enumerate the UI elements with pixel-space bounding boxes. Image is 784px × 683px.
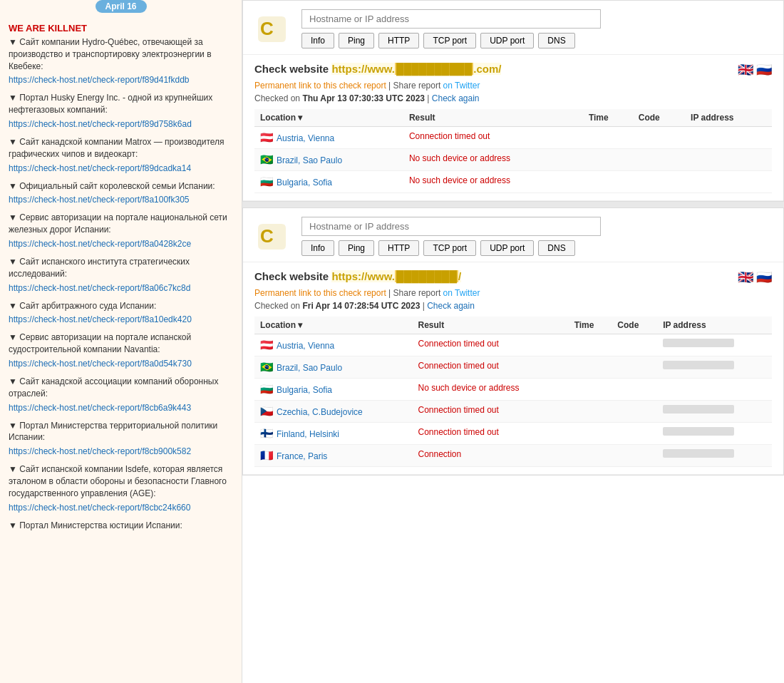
twitter-link-1[interactable]: on Twitter [443, 81, 480, 91]
btn-tcp-1[interactable]: TCP port [423, 33, 476, 48]
col-ip-1: IP address [685, 109, 772, 127]
twitter-link-2[interactable]: on Twitter [443, 288, 480, 298]
cell-ip [657, 356, 772, 379]
divider-1 [242, 202, 784, 207]
hostname-input-2[interactable] [301, 217, 601, 236]
table-row: 🇧🇬Bulgaria, SofiaNo such device or addre… [254, 171, 772, 193]
widget-header-1: C Info Ping HTTP TCP port UDP port DNS [243, 1, 783, 55]
report-url-2: https://www.████████/ [331, 270, 461, 282]
permanent-link-1[interactable]: Permanent link to this check report [254, 81, 386, 91]
location-link[interactable]: Czechia, C.Budejovice [277, 407, 363, 417]
cell-result: Connection timed out [412, 401, 568, 423]
flag-uk-1: 🇬🇧 [738, 63, 753, 77]
check-table-2: Location ▾ Result Time Code IP address 🇦… [254, 317, 772, 467]
date-badge: April 16 [95, 0, 146, 13]
btn-ping-1[interactable]: Ping [339, 33, 374, 48]
report-title-2: Check website https://www.████████/ [254, 270, 461, 282]
sidebar-link-5[interactable]: https://check-host.net/check-report/f8a0… [9, 283, 233, 293]
btn-dns-2[interactable]: DNS [538, 240, 574, 256]
cell-result: No such device or address [403, 171, 583, 193]
btn-udp-2[interactable]: UDP port [480, 240, 534, 256]
location-link[interactable]: Austria, Vienna [277, 133, 334, 143]
sidebar-link-8[interactable]: https://check-host.net/check-report/f8cb… [9, 403, 233, 413]
result-text: Connection timed out [418, 361, 498, 371]
input-area-2: Info Ping HTTP TCP port UDP port DNS [301, 217, 772, 256]
permanent-link-2[interactable]: Permanent link to this check report [254, 288, 386, 298]
sidebar-link-0[interactable]: https://check-host.net/check-report/f89d… [9, 75, 233, 85]
check-table-1: Location ▾ Result Time Code IP address 🇦… [254, 109, 772, 193]
btn-http-2[interactable]: HTTP [378, 240, 419, 256]
btn-info-1[interactable]: Info [301, 33, 334, 48]
cell-ip [657, 379, 772, 401]
report-links-2: Permanent link to this check report | Sh… [254, 288, 772, 298]
sidebar-link-9[interactable]: https://check-host.net/check-report/f8cb… [9, 446, 233, 456]
check-date-2: Checked on Fri Apr 14 07:28:54 UTC 2023 … [254, 301, 772, 311]
sidebar-link-4[interactable]: https://check-host.net/check-report/f8a0… [9, 239, 233, 249]
cell-time [583, 149, 633, 171]
country-flag: 🇧🇷 [260, 361, 274, 373]
col-location-1: Location ▾ [254, 109, 403, 127]
sidebar-item-text-3: ▼ Официальный сайт королевской семьи Исп… [9, 180, 233, 192]
flag-uk-2: 🇬🇧 [738, 270, 753, 284]
result-text: Connection timed out [418, 405, 498, 415]
location-link[interactable]: Brazil, Sao Paulo [277, 155, 342, 165]
location-link[interactable]: Brazil, Sao Paulo [277, 363, 342, 373]
location-link[interactable]: France, Paris [277, 451, 327, 461]
table-row: 🇫🇷France, ParisConnection [254, 445, 772, 467]
svg-text:C: C [260, 18, 274, 39]
sidebar-link-2[interactable]: https://check-host.net/check-report/f89d… [9, 163, 233, 173]
btn-udp-1[interactable]: UDP port [480, 33, 534, 48]
cell-location: 🇫🇷France, Paris [254, 445, 412, 467]
table-row: 🇨🇿Czechia, C.BudejoviceConnection timed … [254, 401, 772, 423]
sidebar-item-text-10: ▼ Сайт испанской компании Isdefe, котора… [9, 463, 233, 499]
check-widget-1: C Info Ping HTTP TCP port UDP port DNS C… [242, 0, 784, 202]
hostname-input-1[interactable] [301, 9, 601, 29]
check-widget-2: C Info Ping HTTP TCP port UDP port DNS C… [242, 207, 784, 476]
sidebar-item-text-6: ▼ Сайт арбитражного суда Испании: [9, 300, 233, 312]
sidebar-item-text-8: ▼ Сайт канадской ассоциации компаний обо… [9, 376, 233, 400]
btn-http-1[interactable]: HTTP [378, 33, 419, 48]
sidebar-item-text-11: ▼ Портал Министерства юстиции Испании: [9, 520, 233, 532]
cell-location: 🇦🇹Austria, Vienna [254, 127, 403, 149]
report-section-1: Check website https://www.██████████.com… [243, 55, 783, 201]
location-link[interactable]: Finland, Helsinki [277, 429, 339, 439]
result-text: Connection timed out [418, 427, 498, 437]
cell-code [612, 334, 657, 356]
sidebar-item-text-4: ▼ Сервис авторизации на портале национал… [9, 212, 233, 236]
sidebar-link-6[interactable]: https://check-host.net/check-report/f8a1… [9, 314, 233, 324]
country-flag: 🇨🇿 [260, 405, 274, 417]
sidebar-title: WE ARE KILLNET [9, 23, 233, 34]
cell-result: Connection timed out [412, 356, 568, 379]
col-result-2: Result [412, 317, 568, 334]
country-flag: 🇦🇹 [260, 339, 274, 351]
btn-info-2[interactable]: Info [301, 240, 334, 256]
btn-ping-2[interactable]: Ping [339, 240, 374, 256]
col-code-2: Code [612, 317, 657, 334]
cell-ip [685, 149, 772, 171]
location-link[interactable]: Austria, Vienna [277, 341, 334, 351]
sidebar-item-text-5: ▼ Сайт испанского института стратегическ… [9, 256, 233, 280]
sidebar-item-text-0: ▼ Сайт компании Hydro-Québec, отвечающей… [9, 36, 233, 72]
sidebar-link-10[interactable]: https://check-host.net/check-report/f8cb… [9, 503, 233, 513]
sidebar-link-1[interactable]: https://check-host.net/check-report/f89d… [9, 119, 233, 129]
sidebar-link-7[interactable]: https://check-host.net/check-report/f8a0… [9, 359, 233, 369]
cell-time [569, 334, 612, 356]
check-again-link-1[interactable]: Check again [432, 93, 480, 103]
report-title-prefix-1: Check website [254, 63, 331, 75]
btn-tcp-2[interactable]: TCP port [423, 240, 476, 256]
sidebar-link-3[interactable]: https://check-host.net/check-report/f8a1… [9, 195, 233, 205]
cell-code [633, 171, 685, 193]
sidebar: April 16 WE ARE KILLNET ▼ Сайт компании … [0, 0, 242, 683]
btn-dns-1[interactable]: DNS [538, 33, 574, 48]
cell-ip [685, 127, 772, 149]
cell-ip [657, 423, 772, 445]
cell-time [569, 401, 612, 423]
cell-result: Connection timed out [412, 423, 568, 445]
share-report-label-2: Share report [393, 288, 443, 298]
location-link[interactable]: Bulgaria, Sofia [277, 385, 332, 395]
cell-ip [685, 171, 772, 193]
check-again-link-2[interactable]: Check again [427, 301, 475, 311]
cell-ip [657, 334, 772, 356]
location-link[interactable]: Bulgaria, Sofia [277, 178, 332, 188]
cell-code [612, 401, 657, 423]
